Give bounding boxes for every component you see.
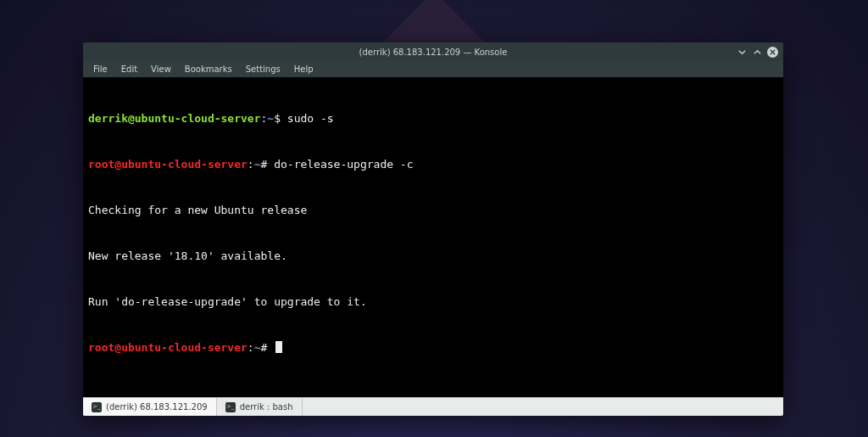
menu-help[interactable]: Help: [287, 63, 320, 76]
command-text: sudo -s: [287, 112, 334, 125]
prompt-path: ~: [254, 341, 261, 354]
tab-session-1[interactable]: >_ derrik : bash: [217, 398, 303, 416]
terminal-output: Checking for a new Ubuntu release: [88, 203, 778, 218]
terminal-line: root@ubuntu-cloud-server:~# do-release-u…: [88, 157, 778, 172]
prompt-user-root: root@ubuntu-cloud-server: [88, 158, 248, 171]
terminal-output: Run 'do-release-upgrade' to upgrade to i…: [88, 294, 778, 310]
menu-bookmarks[interactable]: Bookmarks: [178, 63, 239, 76]
maximize-button[interactable]: [752, 47, 762, 57]
terminal-line: root@ubuntu-cloud-server:~#: [88, 340, 778, 356]
prompt-path: ~: [267, 112, 274, 125]
prompt-path: ~: [254, 158, 261, 171]
menu-view[interactable]: View: [144, 63, 178, 76]
konsole-window: (derrik) 68.183.121.209 — Konsole File E…: [83, 42, 783, 416]
command-text: do-release-upgrade -c: [274, 158, 413, 171]
window-controls: [737, 42, 778, 61]
tab-label: derrik : bash: [240, 402, 293, 412]
menu-settings[interactable]: Settings: [239, 63, 287, 76]
cursor-block: [275, 341, 282, 353]
terminal-area[interactable]: derrik@ubuntu-cloud-server:~$ sudo -s ro…: [83, 77, 783, 397]
window-titlebar[interactable]: (derrik) 68.183.121.209 — Konsole: [83, 42, 783, 61]
tab-session-0[interactable]: >_ (derrik) 68.183.121.209: [83, 398, 217, 416]
menu-file[interactable]: File: [86, 63, 114, 76]
terminal-icon: >_: [92, 402, 102, 412]
chevron-down-icon: [737, 48, 747, 57]
terminal-icon: >_: [225, 402, 236, 412]
menu-edit[interactable]: Edit: [114, 63, 144, 76]
minimize-button[interactable]: [737, 47, 747, 57]
terminal-line: derrik@ubuntu-cloud-server:~$ sudo -s: [88, 111, 778, 126]
prompt-user: derrik@ubuntu-cloud-server: [88, 112, 261, 125]
close-icon: [769, 48, 776, 56]
close-button[interactable]: [767, 47, 778, 58]
window-title: (derrik) 68.183.121.209 — Konsole: [359, 48, 508, 57]
tab-bar: >_ (derrik) 68.183.121.209 >_ derrik : b…: [83, 397, 783, 416]
tab-label: (derrik) 68.183.121.209: [106, 402, 208, 412]
terminal-output: New release '18.10' available.: [88, 249, 778, 264]
menubar: File Edit View Bookmarks Settings Help: [83, 61, 783, 77]
prompt-user-root: root@ubuntu-cloud-server: [88, 341, 248, 354]
chevron-up-icon: [753, 48, 762, 57]
